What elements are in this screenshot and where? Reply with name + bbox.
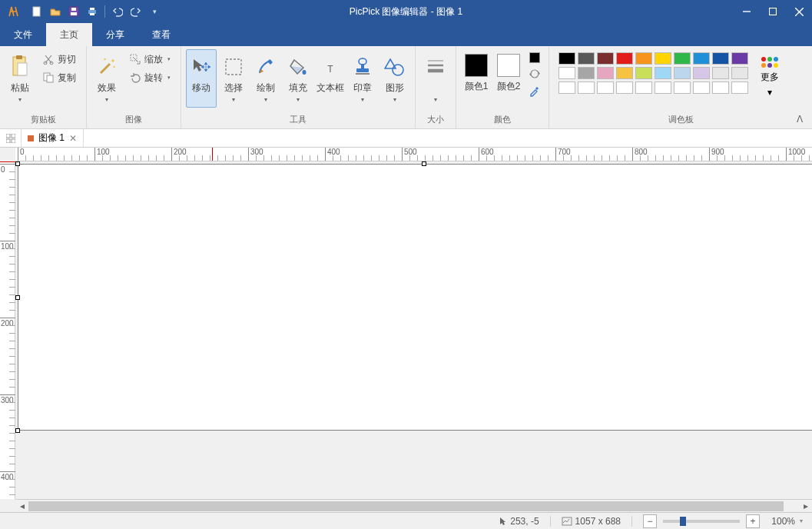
move-tool-button[interactable]: 移动 [186,49,217,108]
select-tool-button[interactable]: 选择▾ [218,49,249,108]
print-button[interactable] [83,2,101,21]
palette-swatch[interactable] [597,67,614,79]
palette-swatch[interactable] [655,82,671,94]
eyedropper-button[interactable] [529,85,541,97]
palette-swatch[interactable] [578,52,595,65]
menu-home[interactable]: 主页 [46,23,92,46]
rotate-button[interactable]: 旋转▾ [124,69,176,86]
palette-swatch[interactable] [712,52,729,65]
ribbon-group-tools: 移动 选择▾ 绘制▾ 填充▾ T文本框 印章▾ 图形▾ 工具 [181,46,416,128]
shapes-tool-button[interactable]: 图形▾ [379,49,410,108]
svg-rect-13 [18,63,27,75]
palette-swatch[interactable] [655,52,671,65]
svg-point-22 [359,58,366,65]
color2-button[interactable]: 颜色2 [493,49,524,108]
palette-swatch[interactable] [635,67,652,79]
maximize-button[interactable] [760,0,786,23]
svg-point-20 [303,70,307,75]
rotate-icon [129,72,141,84]
close-tab-button[interactable]: ✕ [69,133,77,144]
scroll-left-button[interactable]: ◂ [15,500,28,513]
palette-swatch[interactable] [558,82,575,94]
ribbon-group-color: 颜色1 颜色2 颜色 [456,46,549,128]
paste-button[interactable]: 粘贴 ▾ [5,49,35,108]
mini-color-swatch [529,52,540,63]
effects-button[interactable]: 效果 ▾ [91,49,122,108]
undo-button[interactable] [108,2,127,21]
canvas-area[interactable] [15,161,812,499]
vertical-ruler[interactable]: 0100200300400 [0,161,15,499]
document-tab-label: 图像 1 [38,131,65,145]
workspace: 01002003004005006007008009001000 0100200… [0,148,812,512]
svg-rect-2 [71,12,77,15]
size-button[interactable]: ▾ [420,49,451,108]
save-button[interactable] [65,2,83,21]
palette-swatch[interactable] [731,52,748,65]
ribbon-group-image: 效果 ▾ 缩放▾ 旋转▾ 图像 [87,46,181,128]
menubar: 文件 主页 分享 查看 [0,23,812,46]
stamp-tool-button[interactable]: 印章▾ [347,49,378,108]
svg-rect-24 [356,68,369,72]
text-tool-button[interactable]: T文本框 [315,49,346,108]
horizontal-scrollbar[interactable]: ◂ ▸ [15,499,812,512]
new-button[interactable] [28,2,46,21]
palette-swatch[interactable] [674,67,691,79]
scroll-right-button[interactable]: ▸ [799,500,812,513]
titlebar: ▾ PicPick 图像编辑器 - 图像 1 [0,0,812,23]
palette-swatch[interactable] [578,67,595,79]
horizontal-ruler[interactable]: 01002003004005006007008009001000 [15,148,812,161]
palette-swatch[interactable] [674,82,691,94]
menu-share[interactable]: 分享 [92,23,138,46]
palette-swatch[interactable] [578,82,595,94]
svg-rect-3 [71,8,76,11]
zoom-button[interactable]: 缩放▾ [124,51,176,68]
qat-customize-button[interactable]: ▾ [145,2,164,21]
palette-swatch[interactable] [616,52,633,65]
palette-swatch[interactable] [597,82,614,94]
palette-swatch[interactable] [558,52,575,65]
document-tab[interactable]: 图像 1 ✕ [22,129,84,147]
move-icon [189,55,214,79]
zoom-in-button[interactable]: + [746,514,760,528]
palette-swatch[interactable] [597,52,614,65]
zoom-dropdown-button[interactable]: ▾ [800,517,803,524]
fill-tool-button[interactable]: 填充▾ [283,49,313,108]
palette-swatch[interactable] [655,67,671,79]
palette-swatch[interactable] [693,67,710,79]
scroll-thumb[interactable] [28,501,784,511]
palette-swatch[interactable] [616,67,633,79]
palette-swatch[interactable] [616,82,633,94]
menu-view[interactable]: 查看 [138,23,184,46]
cut-button[interactable]: 剪切 [37,51,81,68]
palette-swatch[interactable] [635,52,652,65]
palette-swatch[interactable] [712,67,729,79]
zoom-slider[interactable] [663,520,740,523]
ribbon: 粘贴 ▾ 剪切 复制 剪贴板 效果 ▾ 缩放▾ 旋转▾ 图像 移 [0,46,812,129]
copy-button[interactable]: 复制 [37,69,81,86]
palette-swatch[interactable] [712,82,729,94]
zoom-out-button[interactable]: − [643,514,657,528]
canvas[interactable] [18,164,812,431]
draw-tool-button[interactable]: 绘制▾ [250,49,281,108]
palette-swatch[interactable] [693,82,710,94]
menu-file[interactable]: 文件 [0,23,46,46]
palette-swatch[interactable] [674,52,691,65]
palette-swatch[interactable] [635,82,652,94]
effects-icon [94,55,119,79]
ribbon-group-clipboard: 粘贴 ▾ 剪切 复制 剪贴板 [0,46,87,128]
close-button[interactable] [786,0,812,23]
swap-colors-button[interactable] [529,68,541,80]
svg-text:T: T [327,64,333,75]
palette-swatch[interactable] [731,67,748,79]
tab-grid-button[interactable] [0,129,22,147]
minimize-button[interactable] [734,0,760,23]
collapse-ribbon-button[interactable]: ᐱ [794,113,806,125]
paste-icon [8,55,32,79]
color1-button[interactable]: 颜色1 [461,49,492,108]
palette-swatch[interactable] [693,52,710,65]
open-button[interactable] [46,2,65,21]
redo-button[interactable] [127,2,145,21]
palette-swatch[interactable] [558,67,575,79]
more-colors-button[interactable]: 更多 ▾ [754,49,785,108]
palette-swatch[interactable] [731,82,748,94]
